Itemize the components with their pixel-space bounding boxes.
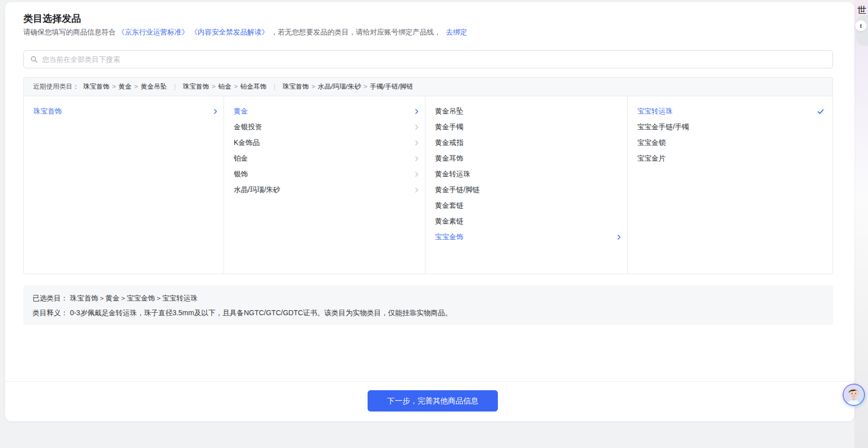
- recent-path-segment: 铂金耳饰: [240, 83, 267, 90]
- path-separator: >: [311, 83, 315, 90]
- selected-category-line: 已选类目： 珠宝首饰＞黄金＞宝宝金饰＞宝宝转运珠: [32, 293, 824, 303]
- page-background-strip: [854, 0, 868, 448]
- check-icon: [817, 107, 824, 115]
- selected-category-path: 珠宝首饰＞黄金＞宝宝金饰＞宝宝转运珠: [70, 294, 198, 302]
- recent-categories-list: 珠宝首饰>黄金>黄金吊坠|珠宝首饰>铂金>铂金耳饰|珠宝首饰>水晶/玛瑙/朱砂>…: [83, 82, 413, 91]
- category-item-label: 黄金套链: [435, 201, 463, 209]
- chevron-right-icon: [616, 234, 622, 240]
- path-separator: >: [234, 83, 238, 90]
- assistant-avatar[interactable]: [843, 384, 865, 406]
- go-bind-link[interactable]: 去绑定: [446, 28, 467, 36]
- footer-divider: [5, 381, 854, 382]
- category-item-label: 黄金耳饰: [435, 154, 463, 162]
- category-item-label: 黄金吊坠: [435, 107, 463, 115]
- category-panel: 近期使用类目： 珠宝首饰>黄金>黄金吊坠|珠宝首饰>铂金>铂金耳饰|珠宝首饰>水…: [23, 77, 833, 274]
- search-input[interactable]: [42, 55, 826, 63]
- category-item[interactable]: 水晶/玛瑙/朱砂: [224, 182, 425, 198]
- category-select-card: 类目选择发品 请确保您填写的商品信息符合 《京东行业运营标准》 《内容安全禁发品…: [5, 2, 854, 421]
- category-columns: 珠宝首饰黄金金银投资K金饰品铂金银饰水晶/玛瑙/朱砂黄金吊坠黄金手镯黄金戒指黄金…: [24, 96, 833, 274]
- page-subtitle: 请确保您填写的商品信息符合 《京东行业运营标准》 《内容安全禁发品解读》 ，若无…: [23, 28, 467, 37]
- page-title: 类目选择发品: [23, 12, 81, 25]
- category-item[interactable]: 珠宝首饰: [24, 103, 224, 119]
- category-column-4: 宝宝转运珠宝宝金手链/手镯宝宝金锁宝宝金片: [628, 96, 833, 274]
- category-search-box[interactable]: [23, 50, 833, 68]
- category-definition-text: 0-3岁佩戴足金转运珠，珠子直径3.5mm及以下，且具备NGTC/GTC/GDT…: [70, 309, 452, 317]
- recent-path-segment: 水晶/玛瑙/朱砂: [318, 83, 361, 90]
- recent-path-segment: 珠宝首饰: [183, 83, 209, 90]
- subtitle-middle: ，若无您想要发品的类目，请给对应账号绑定产品线，: [271, 28, 441, 36]
- path-separator: >: [134, 83, 138, 90]
- category-item[interactable]: 黄金素链: [425, 213, 627, 229]
- category-item[interactable]: 宝宝转运珠: [628, 103, 833, 119]
- category-definition-label: 类目释义：: [32, 309, 68, 317]
- category-item-label: 金银投资: [234, 123, 262, 131]
- category-item[interactable]: 黄金吊坠: [425, 103, 627, 119]
- category-column-2: 黄金金银投资K金饰品铂金银饰水晶/玛瑙/朱砂: [224, 96, 425, 274]
- category-item-label: 黄金手镯: [435, 123, 463, 131]
- category-item-label: 宝宝金饰: [435, 233, 463, 241]
- category-item-label: K金饰品: [234, 138, 260, 146]
- recent-path-segment: 铂金: [218, 83, 231, 90]
- chevron-right-icon: [414, 124, 420, 130]
- path-separator: >: [212, 83, 216, 90]
- recent-path-segment: 黄金: [119, 83, 132, 90]
- chevron-right-icon: [212, 108, 219, 115]
- recent-category-item[interactable]: 珠宝首饰>铂金>铂金耳饰: [183, 83, 267, 90]
- world-widget[interactable]: 世: [857, 4, 866, 16]
- chevron-right-icon: [414, 108, 420, 115]
- category-item-label: 黄金戒指: [435, 138, 463, 146]
- category-item-label: 黄金手链/脚链: [435, 185, 480, 194]
- category-item-label: 宝宝金手链/手镯: [637, 123, 689, 131]
- recent-item-separator: |: [174, 83, 175, 90]
- category-definition-line: 类目释义： 0-3岁佩戴足金转运珠，珠子直径3.5mm及以下，且具备NGTC/G…: [32, 308, 824, 318]
- recent-item-separator: |: [274, 83, 275, 90]
- helper-button[interactable]: t: [855, 20, 866, 31]
- category-item[interactable]: 银饰: [224, 166, 425, 182]
- content-safety-link[interactable]: 《内容安全禁发品解读》: [191, 28, 269, 36]
- category-item-label: 宝宝金片: [637, 154, 666, 162]
- category-item-label: 宝宝金锁: [637, 138, 666, 146]
- avatar-image: [844, 385, 864, 405]
- category-item[interactable]: 黄金戒指: [425, 135, 627, 151]
- recent-categories-label: 近期使用类目：: [33, 82, 79, 91]
- recent-path-segment: 黄金吊坠: [140, 83, 167, 90]
- category-item[interactable]: 黄金手镯: [425, 119, 627, 135]
- category-item[interactable]: 黄金转运珠: [425, 166, 627, 182]
- chevron-right-icon: [414, 156, 420, 162]
- category-item-label: 银饰: [234, 170, 248, 178]
- category-item[interactable]: 金银投资: [224, 119, 425, 135]
- category-item[interactable]: K金饰品: [224, 135, 425, 151]
- category-item[interactable]: 黄金手链/脚链: [425, 182, 627, 198]
- recent-path-segment: 手镯/手链/脚链: [370, 83, 413, 90]
- category-item[interactable]: 铂金: [224, 151, 425, 166]
- category-item[interactable]: 黄金套链: [425, 198, 627, 213]
- selected-category-label: 已选类目：: [32, 294, 68, 302]
- category-item[interactable]: 宝宝金锁: [628, 135, 833, 151]
- selected-category-box: 已选类目： 珠宝首饰＞黄金＞宝宝金饰＞宝宝转运珠 类目释义： 0-3岁佩戴足金转…: [23, 285, 833, 325]
- recent-category-item[interactable]: 珠宝首饰>黄金>黄金吊坠: [83, 83, 167, 90]
- industry-standard-link[interactable]: 《京东行业运营标准》: [118, 28, 189, 36]
- category-item[interactable]: 宝宝金片: [628, 151, 833, 166]
- category-item[interactable]: 黄金耳饰: [425, 151, 627, 166]
- category-item-label: 宝宝转运珠: [637, 107, 673, 115]
- search-icon: [30, 55, 38, 63]
- recent-categories-bar: 近期使用类目： 珠宝首饰>黄金>黄金吊坠|珠宝首饰>铂金>铂金耳饰|珠宝首饰>水…: [24, 78, 833, 96]
- category-item-label: 铂金: [234, 154, 248, 162]
- category-column-3: 黄金吊坠黄金手镯黄金戒指黄金耳饰黄金转运珠黄金手链/脚链黄金套链黄金素链宝宝金饰: [425, 96, 628, 274]
- path-separator: >: [112, 83, 116, 90]
- next-step-button[interactable]: 下一步，完善其他商品信息: [368, 390, 498, 412]
- subtitle-prefix: 请确保您填写的商品信息符合: [23, 28, 118, 36]
- category-item-label: 黄金转运珠: [435, 170, 471, 178]
- recent-path-segment: 珠宝首饰: [83, 83, 110, 90]
- category-item-label: 水晶/玛瑙/朱砂: [234, 185, 280, 194]
- category-item-label: 黄金: [234, 107, 248, 115]
- path-separator: >: [364, 83, 368, 90]
- chevron-right-icon: [414, 171, 420, 177]
- chevron-right-icon: [414, 187, 420, 193]
- category-item-label: 黄金素链: [435, 217, 463, 225]
- category-item[interactable]: 黄金: [224, 103, 425, 119]
- category-item[interactable]: 宝宝金饰: [425, 229, 627, 245]
- recent-path-segment: 珠宝首饰: [282, 83, 309, 90]
- recent-category-item[interactable]: 珠宝首饰>水晶/玛瑙/朱砂>手镯/手链/脚链: [282, 83, 413, 90]
- category-item[interactable]: 宝宝金手链/手镯: [628, 119, 833, 135]
